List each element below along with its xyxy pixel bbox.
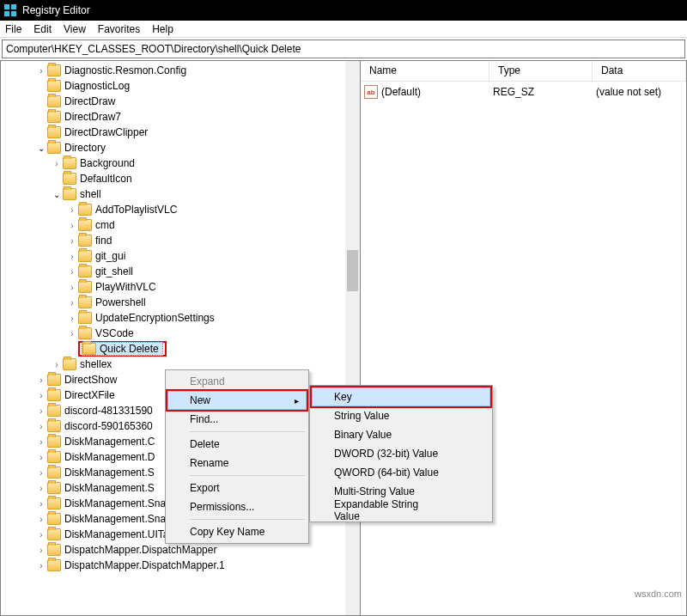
tree-node[interactable]: ⌄shell [4, 186, 360, 202]
svg-rect-3 [11, 11, 16, 16]
menu-favorites[interactable]: Favorites [98, 23, 140, 35]
chevron-right-icon[interactable]: › [35, 437, 47, 447]
chevron-right-icon[interactable]: › [35, 391, 47, 400]
values-pane[interactable]: Name Type Data ab (Default) REG_SZ (valu… [361, 60, 687, 616]
menu-item-find-[interactable]: Find... [167, 410, 307, 429]
folder-icon [78, 219, 92, 231]
tree-node[interactable]: ›PlayWithVLC [4, 279, 360, 295]
window-title: Registry Editor [22, 4, 90, 16]
chevron-right-icon[interactable]: › [35, 375, 47, 385]
tree-node[interactable]: ›Background [4, 156, 360, 171]
folder-icon [78, 327, 92, 339]
chevron-right-icon[interactable]: › [35, 499, 47, 509]
menu-item-export[interactable]: Export [167, 479, 307, 497]
folder-icon [63, 358, 76, 370]
tree-node[interactable]: ›find [4, 233, 360, 248]
tree-node[interactable]: ›git_gui [4, 248, 360, 264]
menu-item-permissions-[interactable]: Permissions... [167, 497, 307, 516]
menu-item-copy-key-name[interactable]: Copy Key Name [167, 522, 307, 541]
col-type[interactable]: Type [489, 61, 593, 81]
menu-view[interactable]: View [64, 23, 86, 35]
submenu-item-binary-value[interactable]: Binary Value [312, 425, 490, 444]
scrollbar[interactable] [345, 61, 360, 615]
menu-item-label: Multi-String Value [334, 485, 415, 497]
tree-label: DiagnosticLog [64, 80, 130, 92]
tree-node[interactable]: DiagnosticLog [4, 78, 360, 94]
submenu-item-qword-bit-value[interactable]: QWORD (64-bit) Value [312, 463, 490, 482]
menu-item-delete[interactable]: Delete [167, 435, 307, 454]
titlebar: Registry Editor [0, 0, 687, 21]
menu-item-label: Expandable String Value [334, 498, 439, 522]
tree-label: Directory [64, 142, 106, 154]
tree-node[interactable]: ›AddToPlaylistVLC [4, 202, 360, 217]
folder-icon [47, 528, 61, 540]
submenu-item-string-value[interactable]: String Value [312, 406, 490, 425]
tree-node[interactable]: DefaultIcon [4, 171, 360, 186]
chevron-right-icon[interactable]: › [66, 236, 78, 246]
menu-item-new[interactable]: New▸ [167, 391, 307, 410]
tree-node[interactable]: ›DispatchMapper.DispatchMapper [4, 542, 360, 558]
submenu-new[interactable]: KeyString ValueBinary ValueDWORD (32-bit… [309, 385, 493, 522]
chevron-right-icon[interactable]: › [35, 66, 47, 76]
value-row[interactable]: ab (Default) REG_SZ (value not set) [361, 82, 686, 102]
scrollbar-thumb[interactable] [347, 250, 358, 291]
menu-item-label: DWORD (32-bit) Value [334, 448, 438, 460]
chevron-right-icon[interactable]: › [66, 267, 78, 277]
chevron-down-icon[interactable]: ⌄ [51, 190, 63, 199]
submenu-item-key[interactable]: Key [312, 387, 490, 406]
folder-icon [47, 513, 61, 525]
chevron-right-icon[interactable]: › [35, 422, 47, 431]
chevron-right-icon[interactable]: › [35, 453, 47, 462]
tree-node[interactable]: ›git_shell [4, 264, 360, 279]
tree-node[interactable]: DirectDraw7 [4, 109, 360, 125]
tree-label: discord-590165360 [64, 420, 153, 432]
submenu-item-expandable-string-value[interactable]: Expandable String Value [312, 501, 490, 520]
tree-node[interactable]: ›Diagnostic.Resmon.Config [4, 63, 360, 78]
chevron-right-icon[interactable]: › [35, 406, 47, 416]
chevron-right-icon[interactable]: › [66, 252, 78, 261]
tree-node[interactable]: ›cmd [4, 217, 360, 233]
menu-edit[interactable]: Edit [33, 23, 52, 35]
chevron-down-icon[interactable]: ⌄ [35, 143, 47, 153]
tree-node[interactable]: ›Powershell [4, 295, 360, 310]
chevron-right-icon[interactable]: › [66, 283, 78, 292]
chevron-right-icon[interactable]: › [35, 530, 47, 540]
tree-node[interactable]: Quick Delete [4, 341, 360, 357]
tree-label: DirectDraw [64, 95, 115, 107]
values-header[interactable]: Name Type Data [361, 61, 686, 82]
chevron-right-icon[interactable]: › [35, 546, 47, 555]
context-menu[interactable]: ExpandNew▸Find...DeleteRenameExportPermi… [165, 369, 309, 544]
chevron-right-icon[interactable]: › [66, 298, 78, 308]
chevron-right-icon[interactable]: › [35, 484, 47, 493]
menu-help[interactable]: Help [152, 23, 173, 35]
tree-node[interactable]: DirectDrawClipper [4, 125, 360, 140]
tree-label: DirectDraw7 [64, 111, 121, 123]
address-bar[interactable]: Computer\HKEY_CLASSES_ROOT\Directory\she… [2, 40, 685, 58]
address-text: Computer\HKEY_CLASSES_ROOT\Directory\she… [6, 43, 301, 55]
col-name[interactable]: Name [361, 61, 489, 81]
chevron-right-icon[interactable]: › [35, 515, 47, 524]
submenu-item-dword-bit-value[interactable]: DWORD (32-bit) Value [312, 444, 490, 463]
chevron-right-icon[interactable]: › [51, 360, 63, 369]
menu-file[interactable]: File [5, 23, 21, 35]
value-name: (Default) [381, 86, 493, 98]
tree-label: PlayWithVLC [95, 281, 156, 293]
chevron-right-icon[interactable]: › [66, 221, 78, 230]
tree-node[interactable]: ›DispatchMapper.DispatchMapper.1 [4, 558, 360, 573]
tree-node[interactable]: ⌄Directory [4, 140, 360, 156]
chevron-right-icon[interactable]: › [35, 468, 47, 478]
chevron-right-icon[interactable]: › [51, 159, 63, 168]
folder-icon [63, 188, 76, 200]
chevron-right-icon[interactable]: › [66, 205, 78, 215]
tree-node[interactable]: ›UpdateEncryptionSettings [4, 310, 360, 326]
col-data[interactable]: Data [593, 61, 686, 81]
string-value-icon: ab [364, 85, 378, 99]
folder-icon [78, 250, 92, 262]
tree-node[interactable]: DirectDraw [4, 94, 360, 109]
menu-item-rename[interactable]: Rename [167, 454, 307, 473]
chevron-right-icon[interactable]: › [66, 314, 78, 323]
chevron-right-icon[interactable]: › [35, 561, 47, 570]
folder-icon [78, 265, 92, 278]
tree-node[interactable]: ›VSCode [4, 326, 360, 341]
chevron-right-icon[interactable]: › [66, 329, 78, 338]
